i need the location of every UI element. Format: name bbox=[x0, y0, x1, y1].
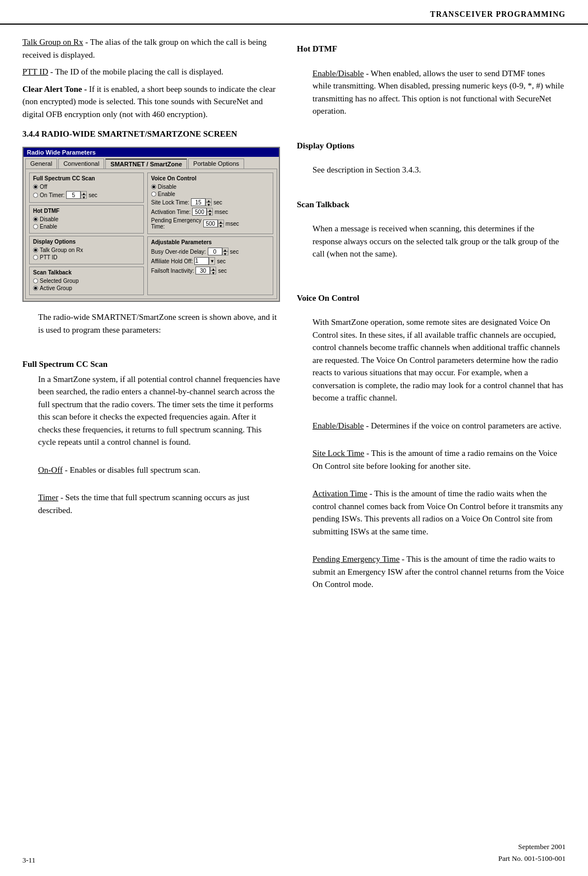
pending-spinbox[interactable]: 500 ▲ ▼ bbox=[203, 220, 224, 227]
adjustable-params-panel: Adjustable Parameters Busy Over-ride Del… bbox=[147, 236, 273, 295]
radio-wide-dialog: Radio Wide Parameters General Convention… bbox=[22, 147, 280, 302]
site-lock-down-btn[interactable]: ▼ bbox=[206, 202, 212, 206]
pending-down-btn[interactable]: ▼ bbox=[218, 223, 224, 227]
activation-para: Activation Time - This is the amount of … bbox=[312, 487, 566, 538]
pending-up-btn[interactable]: ▲ bbox=[218, 220, 224, 223]
timer-underline: Timer bbox=[38, 493, 58, 502]
ptt-id-radio[interactable] bbox=[33, 255, 38, 260]
hot-dtmf-title: Hot DTMF bbox=[33, 208, 140, 214]
voc-disable-row: Disable bbox=[151, 184, 269, 190]
talk-group-rx-radio[interactable] bbox=[33, 248, 38, 253]
timer-down-btn[interactable]: ▼ bbox=[81, 195, 87, 199]
failsoft-unit: sec bbox=[218, 268, 227, 274]
timer-line: Timer - Sets the time that full spectrum… bbox=[38, 491, 280, 516]
on-label: On bbox=[40, 192, 47, 198]
pending-unit: msec bbox=[226, 221, 239, 227]
failsoft-label: Failsoft Inactivity: bbox=[151, 268, 194, 274]
site-lock-value[interactable]: 15 bbox=[191, 198, 206, 206]
ptt-id-label: PTT ID bbox=[22, 67, 48, 76]
pending-spinbox-btns: ▲ ▼ bbox=[218, 220, 224, 227]
ptt-id-text: - The ID of the mobile placing the call … bbox=[48, 67, 223, 76]
right-column: Hot DTMF Enable/Disable - When enabled, … bbox=[297, 36, 566, 597]
off-label: Off bbox=[40, 184, 47, 190]
tab-general[interactable]: General bbox=[25, 159, 57, 169]
page-footer: September 2001 Part No. 001-5100-001 bbox=[498, 841, 566, 865]
off-radio[interactable] bbox=[33, 184, 38, 189]
on-radio[interactable] bbox=[33, 193, 38, 198]
dialog-body: Full Spectrum CC Scan Off On Timer: 5 bbox=[25, 169, 277, 299]
site-lock-up-btn[interactable]: ▲ bbox=[206, 198, 212, 202]
enable-disable-para: Enable/Disable - Determines if the voice… bbox=[312, 420, 566, 432]
active-group-radio[interactable] bbox=[33, 286, 38, 291]
busy-override-spinbox[interactable]: 0 ▲ ▼ bbox=[208, 248, 228, 255]
adjustable-params-title: Adjustable Parameters bbox=[151, 239, 269, 245]
tab-conventional[interactable]: Conventional bbox=[58, 159, 104, 169]
pending-time-label: Pending EmergencyTime: bbox=[151, 217, 202, 230]
busy-override-label: Busy Over-ride Delay: bbox=[151, 249, 206, 255]
pending-value[interactable]: 500 bbox=[203, 220, 218, 227]
display-options-heading: Display Options bbox=[297, 139, 566, 152]
on-off-line: On-Off - Enables or disables full spectr… bbox=[38, 464, 280, 477]
full-spectrum-heading: Full Spectrum CC Scan bbox=[22, 358, 280, 371]
enable-radio-row: Enable bbox=[33, 223, 140, 230]
voc-enable-row: Enable bbox=[151, 191, 269, 197]
site-lock-time-row: Site Lock Time: 15 ▲ ▼ sec bbox=[151, 198, 269, 206]
enable-disable-rest: - Determines if the voice on control par… bbox=[364, 421, 562, 430]
timer-spinbox-btns: ▲ ▼ bbox=[81, 191, 87, 199]
hot-dtmf-panel: Hot DTMF Disable Enable bbox=[29, 205, 144, 234]
voice-on-control-heading: Voice On Control bbox=[297, 292, 566, 305]
footer-part-no: Part No. 001-5100-001 bbox=[498, 853, 566, 865]
enable-radio[interactable] bbox=[33, 224, 38, 229]
disable-radio[interactable] bbox=[33, 217, 38, 222]
pending-time-row: Pending EmergencyTime: 500 ▲ ▼ msec bbox=[151, 217, 269, 230]
ptt-id-label: PTT ID bbox=[40, 254, 57, 260]
timer-up-btn[interactable]: ▲ bbox=[81, 191, 87, 195]
enable-label: Enable bbox=[40, 223, 57, 230]
voc-disable-radio[interactable] bbox=[151, 184, 156, 189]
pending-para: Pending Emergency Time - This is the amo… bbox=[312, 553, 566, 591]
busy-up-btn[interactable]: ▲ bbox=[222, 248, 228, 251]
page-number: 3-11 bbox=[22, 856, 35, 865]
activation-down-btn[interactable]: ▼ bbox=[207, 212, 213, 216]
activation-unit: msec bbox=[214, 209, 228, 215]
timer-value[interactable]: 5 bbox=[66, 191, 81, 199]
tab-smartnet[interactable]: SMARTNET / SmartZone bbox=[105, 159, 187, 169]
ptt-id-row: PTT ID bbox=[33, 254, 140, 260]
right-panels: Voice On Control Disable Enable Site Loc… bbox=[147, 173, 273, 295]
affiliate-hold-dropdown-btn[interactable]: ▼ bbox=[209, 257, 215, 265]
failsoft-spinbox[interactable]: 30 ▲ ▼ bbox=[195, 267, 216, 274]
site-lock-spinbox[interactable]: 15 ▲ ▼ bbox=[191, 198, 212, 206]
section-heading: 3.4.4 RADIO-WIDE SMARTNET/SMARTZONE SCRE… bbox=[22, 129, 280, 139]
activation-spinbox[interactable]: 500 ▲ ▼ bbox=[192, 208, 213, 216]
left-column: Talk Group on Rx - The alias of the talk… bbox=[22, 36, 280, 597]
activation-up-btn[interactable]: ▲ bbox=[207, 208, 213, 212]
sec-label: sec bbox=[88, 192, 97, 198]
failsoft-spinbox-btns: ▲ ▼ bbox=[210, 267, 216, 274]
on-off-rest: - Enables or disables full spectrum scan… bbox=[63, 465, 200, 474]
hot-dtmf-heading: Hot DTMF bbox=[297, 43, 566, 55]
selected-group-row: Selected Group bbox=[33, 278, 140, 284]
enable-disable-underline: Enable/Disable bbox=[312, 421, 364, 430]
hot-dtmf-enable-disable: Enable/Disable bbox=[312, 69, 364, 78]
failsoft-up-btn[interactable]: ▲ bbox=[210, 267, 216, 271]
affiliate-hold-value[interactable]: 1 bbox=[194, 257, 209, 265]
scan-talkback-title: Scan Talkback bbox=[33, 269, 140, 276]
voc-enable-radio[interactable] bbox=[151, 192, 156, 197]
selected-group-label: Selected Group bbox=[40, 278, 79, 284]
selected-group-radio[interactable] bbox=[33, 278, 38, 283]
full-spectrum-title: Full Spectrum CC Scan bbox=[33, 175, 140, 181]
affiliate-hold-unit: sec bbox=[217, 258, 226, 264]
voice-on-control-panel: Voice On Control Disable Enable Site Loc… bbox=[147, 173, 273, 234]
affiliate-hold-spinbox[interactable]: 1 ▼ bbox=[194, 257, 215, 265]
affiliate-hold-label: Affiliate Hold Off: bbox=[151, 258, 193, 264]
talk-group-rx-label: Talk Group on Rx bbox=[40, 247, 83, 253]
disable-radio-row: Disable bbox=[33, 216, 140, 222]
failsoft-down-btn[interactable]: ▼ bbox=[210, 271, 216, 274]
tab-portable[interactable]: Portable Options bbox=[188, 159, 244, 169]
busy-override-value[interactable]: 0 bbox=[208, 248, 222, 255]
timer-spinbox[interactable]: 5 ▲ ▼ bbox=[66, 191, 87, 199]
activation-value[interactable]: 500 bbox=[192, 208, 207, 216]
scan-talkback-para: When a message is received when scanning… bbox=[312, 222, 566, 260]
failsoft-value[interactable]: 30 bbox=[195, 267, 210, 274]
busy-down-btn[interactable]: ▼ bbox=[222, 251, 228, 255]
